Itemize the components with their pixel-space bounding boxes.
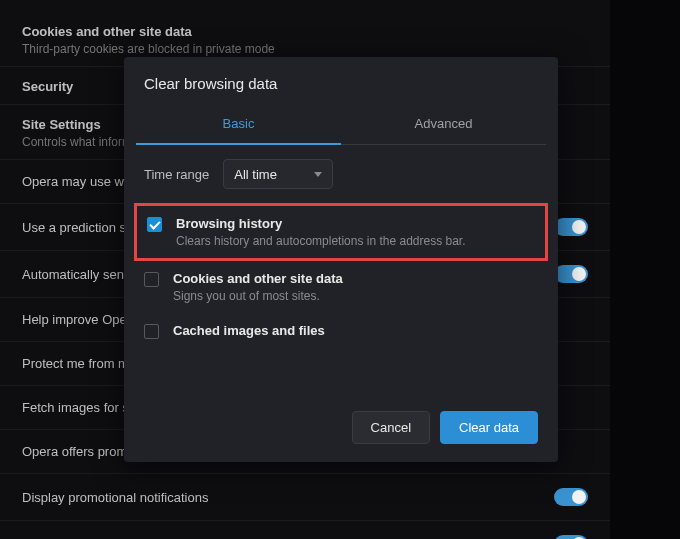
option-text: Browsing historyClears history and autoc… bbox=[176, 216, 466, 248]
clear-browsing-data-dialog: Clear browsing data Basic Advanced Time … bbox=[124, 57, 558, 462]
dialog-tabs: Basic Advanced bbox=[136, 106, 546, 145]
option-label: Browsing history bbox=[176, 216, 466, 231]
option-text: Cookies and other site dataSigns you out… bbox=[173, 271, 343, 303]
dialog-title: Clear browsing data bbox=[124, 57, 558, 96]
option-label: Cached images and files bbox=[173, 323, 325, 338]
cancel-button[interactable]: Cancel bbox=[352, 411, 430, 444]
dialog-footer: Cancel Clear data bbox=[124, 397, 558, 462]
option-row[interactable]: Browsing historyClears history and autoc… bbox=[134, 203, 548, 261]
option-description: Clears history and autocompletions in th… bbox=[176, 234, 466, 248]
option-checkbox[interactable] bbox=[147, 217, 162, 232]
option-checkbox[interactable] bbox=[144, 324, 159, 339]
tab-basic[interactable]: Basic bbox=[136, 106, 341, 145]
options-list: Browsing historyClears history and autoc… bbox=[124, 203, 558, 349]
time-range-label: Time range bbox=[144, 167, 209, 182]
tab-advanced[interactable]: Advanced bbox=[341, 106, 546, 144]
option-text: Cached images and files bbox=[173, 323, 325, 338]
chevron-down-icon bbox=[314, 172, 322, 177]
option-checkbox[interactable] bbox=[144, 272, 159, 287]
option-row[interactable]: Cached images and files bbox=[130, 313, 552, 349]
option-label: Cookies and other site data bbox=[173, 271, 343, 286]
time-range-value: All time bbox=[234, 167, 277, 182]
option-row[interactable]: Cookies and other site dataSigns you out… bbox=[130, 261, 552, 313]
option-description: Signs you out of most sites. bbox=[173, 289, 343, 303]
time-range-select[interactable]: All time bbox=[223, 159, 333, 189]
clear-data-button[interactable]: Clear data bbox=[440, 411, 538, 444]
time-range-row: Time range All time bbox=[124, 145, 558, 203]
